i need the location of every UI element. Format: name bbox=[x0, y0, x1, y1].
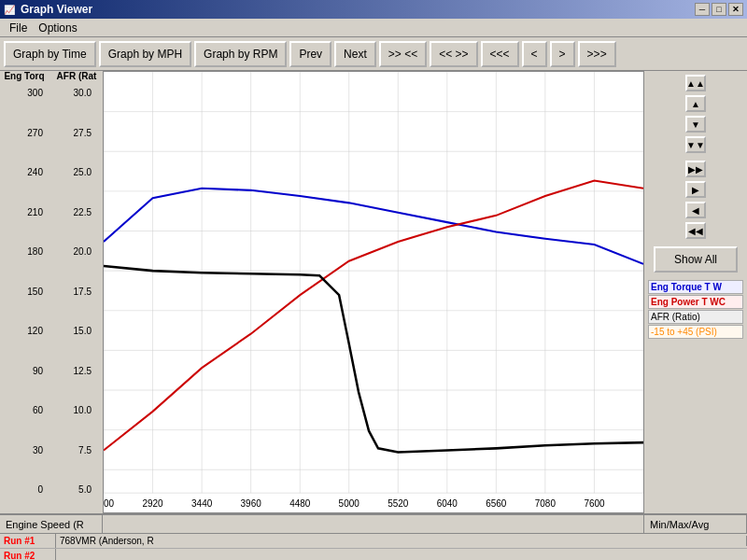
nav-dn-button[interactable]: ▼ bbox=[685, 116, 706, 133]
red-line bbox=[104, 180, 643, 450]
run-1-label: Run #1 bbox=[0, 534, 56, 548]
nav-left-left-row: ◀◀ bbox=[685, 222, 706, 239]
torque-value: 270 bbox=[27, 128, 43, 138]
show-all-button[interactable]: Show All bbox=[654, 246, 738, 273]
svg-text:5000: 5000 bbox=[339, 498, 359, 509]
svg-text:3960: 3960 bbox=[241, 498, 261, 509]
graph-by-time-button[interactable]: Graph by Time bbox=[4, 41, 96, 67]
graph-by-mph-button[interactable]: Graph by MPH bbox=[99, 41, 191, 67]
torque-value: 150 bbox=[27, 287, 43, 297]
legend-item-afr[interactable]: AFR (Ratio) bbox=[648, 310, 743, 324]
torque-value: 30 bbox=[33, 445, 43, 455]
afr-value: 5.0 bbox=[78, 484, 92, 495]
toolbar: Graph by Time Graph by MPH Graph by RPM … bbox=[0, 37, 747, 71]
fast-fwd-button[interactable]: >>> bbox=[578, 41, 616, 67]
chart-svg: 2400 2920 3440 3960 4480 5000 5520 6040 … bbox=[104, 72, 643, 512]
afr-axis: AFR (Rat 30.027.525.022.520.017.515.012.… bbox=[49, 71, 97, 513]
maximize-button[interactable]: □ bbox=[712, 3, 726, 16]
back-button[interactable]: < bbox=[522, 41, 547, 67]
window-title: Graph Viewer bbox=[21, 3, 695, 16]
afr-value: 15.0 bbox=[74, 326, 92, 336]
svg-text:6560: 6560 bbox=[486, 498, 506, 509]
svg-text:6040: 6040 bbox=[437, 498, 458, 509]
bottom-header: Engine Speed (R Min/Max/Avg bbox=[0, 515, 747, 534]
fast-back-button[interactable]: <<< bbox=[481, 41, 519, 67]
menu-options[interactable]: Options bbox=[33, 20, 82, 36]
svg-text:7080: 7080 bbox=[535, 498, 556, 509]
title-bar: 📈 Graph Viewer ─ □ ✕ bbox=[0, 0, 747, 19]
run1-header bbox=[103, 515, 644, 533]
torque-value: 240 bbox=[27, 167, 43, 177]
min-max-avg-label: Min/Max/Avg bbox=[644, 515, 747, 533]
afr-value: 25.0 bbox=[74, 167, 92, 177]
afr-value: 30.0 bbox=[74, 88, 92, 98]
svg-text:7600: 7600 bbox=[584, 498, 604, 509]
torque-value: 120 bbox=[27, 326, 43, 336]
svg-text:2920: 2920 bbox=[142, 498, 162, 509]
nav-up-row: ▲▲ bbox=[685, 75, 706, 91]
svg-text:4480: 4480 bbox=[289, 498, 310, 509]
torque-value: 210 bbox=[27, 207, 43, 217]
skip-fwd-button[interactable]: << >> bbox=[430, 41, 477, 67]
torque-value: 60 bbox=[33, 405, 43, 415]
nav-right-row: ▶ bbox=[685, 181, 706, 198]
blue-line bbox=[104, 189, 643, 264]
nav-dn2-row: ▼▼ bbox=[685, 136, 706, 153]
minimize-button[interactable]: ─ bbox=[695, 3, 710, 16]
torque-value: 90 bbox=[33, 366, 43, 376]
afr-value: 27.5 bbox=[74, 128, 92, 138]
window-controls: ─ □ ✕ bbox=[695, 3, 743, 16]
prev-button[interactable]: Prev bbox=[289, 41, 331, 67]
legend: Eng Torque T W Eng Power T WC AFR (Ratio… bbox=[648, 280, 743, 339]
menu-bar: File Options bbox=[0, 19, 747, 37]
afr-value: 20.0 bbox=[74, 246, 92, 257]
svg-text:3440: 3440 bbox=[191, 498, 212, 509]
afr-value: 10.0 bbox=[74, 405, 92, 415]
run-rows: Run #1768VMR (Anderson, RRun #2Run #3 bbox=[0, 534, 747, 560]
skip-back-button[interactable]: >> << bbox=[379, 41, 427, 67]
torque-value: 180 bbox=[27, 246, 43, 257]
torque-value: 0 bbox=[37, 484, 43, 495]
nav-right-button[interactable]: ▶ bbox=[685, 181, 706, 198]
graph-by-rpm-button[interactable]: Graph by RPM bbox=[194, 41, 287, 67]
legend-item-torque[interactable]: Eng Torque T W bbox=[648, 280, 743, 294]
torque-axis-label: Eng Torq bbox=[0, 71, 49, 81]
afr-value: 22.5 bbox=[74, 207, 92, 217]
close-button[interactable]: ✕ bbox=[728, 3, 743, 16]
nav-up-up-button[interactable]: ▲▲ bbox=[685, 75, 706, 91]
run-row: Run #2 bbox=[0, 549, 747, 560]
right-panel: ▲▲ ▲ ▼ ▼▼ ▶▶ ▶ ◀ ◀◀ Show All Eng Torque … bbox=[644, 71, 747, 513]
nav-dn-row: ▼ bbox=[685, 116, 706, 133]
nav-left-button[interactable]: ◀ bbox=[685, 202, 706, 218]
menu-file[interactable]: File bbox=[4, 20, 33, 36]
run-1-value: 768VMR (Anderson, R bbox=[56, 536, 747, 546]
nav-up2-row: ▲ bbox=[685, 95, 706, 112]
legend-item-psi[interactable]: -15 to +45 (PSI) bbox=[648, 325, 743, 339]
afr-value: 17.5 bbox=[74, 287, 92, 297]
svg-text:5520: 5520 bbox=[388, 498, 408, 509]
legend-item-power[interactable]: Eng Power T WC bbox=[648, 295, 743, 309]
torque-value: 300 bbox=[27, 88, 43, 98]
next-button[interactable]: Next bbox=[334, 41, 376, 67]
torque-axis-values: 3002702402101801501209060300 bbox=[27, 88, 45, 495]
main-area: Eng Torq 3002702402101801501209060300 AF… bbox=[0, 71, 747, 513]
nav-right-right-row: ▶▶ bbox=[685, 161, 706, 177]
nav-right-right-button[interactable]: ▶▶ bbox=[685, 161, 706, 177]
nav-up-button[interactable]: ▲ bbox=[685, 95, 706, 112]
fwd-button[interactable]: > bbox=[550, 41, 575, 67]
run-2-label: Run #2 bbox=[0, 549, 56, 560]
chart-area: 2400 2920 3440 3960 4480 5000 5520 6040 … bbox=[103, 71, 644, 513]
nav-left-left-button[interactable]: ◀◀ bbox=[685, 222, 706, 239]
nav-dn-dn-button[interactable]: ▼▼ bbox=[685, 136, 706, 153]
run-row: Run #1768VMR (Anderson, R bbox=[0, 534, 747, 549]
black-line bbox=[104, 266, 643, 453]
bottom-area: Engine Speed (R Min/Max/Avg Run #1768VMR… bbox=[0, 513, 747, 560]
afr-value: 7.5 bbox=[78, 445, 92, 455]
app-icon: 📈 bbox=[4, 5, 15, 15]
afr-axis-values: 30.027.525.022.520.017.515.012.510.07.55… bbox=[74, 88, 93, 495]
svg-text:2400: 2400 bbox=[104, 498, 114, 509]
left-axis: Eng Torq 3002702402101801501209060300 AF… bbox=[0, 71, 103, 513]
afr-value: 12.5 bbox=[74, 366, 92, 376]
torque-axis: Eng Torq 3002702402101801501209060300 bbox=[0, 71, 49, 513]
engine-speed-label: Engine Speed (R bbox=[0, 515, 103, 533]
